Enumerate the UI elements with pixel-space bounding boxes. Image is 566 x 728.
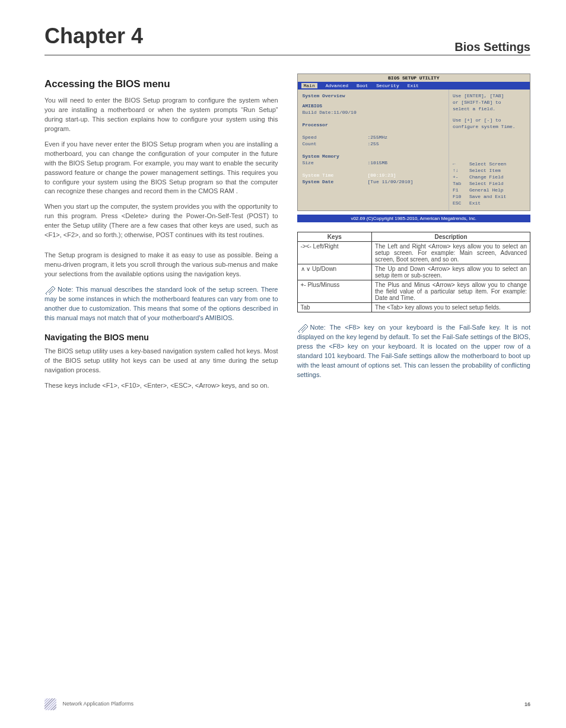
bios-nav-5-v: Save and Exit [469,194,506,199]
bios-left-pane: System Overview AMIBIOS Build Date:11/09… [298,90,449,210]
table-row: Tab The <Tab> key allows you to select s… [297,303,530,312]
bios-nav-3-k: Tab [453,181,469,186]
bios-tab-advanced: Advanced [326,83,348,88]
svg-line-0 [47,288,52,292]
bios-nav-1-v: Select Item [469,168,501,173]
bios-nav-2-k: +- [453,174,469,180]
bios-nav-1-k: ↑↓ [453,168,469,173]
bios-footer: v02.69 (C)Copyright 1985-2010, American … [297,215,531,222]
table-row: +- Plus/Minuss The Plus and Minus <Arrow… [297,280,530,303]
bios-count-label: Count [303,141,368,146]
bios-title: BIOS SETUP UTILITY [298,74,530,82]
bios-help-pane: Use [ENTER], [TAB] or [SHIFT-TAB] to sel… [449,90,530,210]
content-columns: Accessing the BIOS menu You will need to… [44,74,530,397]
note-2: Note: The <F8> key on your keyboard is t… [297,323,531,380]
footer-text: Network Application Platforms [63,701,134,707]
bios-nav-6-k: ESC [453,200,469,206]
bios-nav-0-v: Select Screen [469,161,506,167]
bios-size-label: Size [303,160,368,165]
bios-nav-2-v: Change Field [469,174,504,180]
th-desc: Description [372,232,530,242]
svg-line-3 [301,327,306,331]
left-column: Accessing the BIOS menu You will need to… [44,74,278,397]
table-header-row: Keys Description [297,232,530,242]
bios-amibios: AMIBIOS [303,103,444,108]
svg-line-2 [300,325,304,330]
bios-nav-4-v: General Help [469,187,504,193]
bios-nav-6-v: Exit [469,200,481,206]
bios-menubar: Main Advanced Boot Security Exit [298,82,530,90]
bios-nav-4-k: F1 [453,187,469,193]
table-row: -><- Left/Right The Left and Right <Arro… [297,242,530,264]
bios-count-row: Count:255 [303,141,444,146]
cell-key-0: -><- Left/Right [297,242,372,264]
note-icon [297,323,309,333]
bios-size-row: Size:1015MB [303,160,444,165]
bios-sysmem: System Memory [303,154,444,159]
note-1: Note: This manual describes the standard… [44,285,278,323]
cell-desc-2: The Plus and Minus <Arrow> keys allow yo… [372,280,530,303]
bios-overview: System Overview [303,93,444,98]
bios-speed-val: :255MHz [368,135,388,140]
cell-key-2: +- Plus/Minuss [297,280,372,303]
bios-nav-1: ↑↓Select Item [453,168,526,173]
note-icon [44,285,56,295]
note-1-text: Note: This manual describes the standard… [44,286,278,321]
para-3: When you start up the computer, the syst… [44,202,278,240]
bios-processor: Processor [303,122,444,127]
bios-nav-0: ←Select Screen [453,161,526,167]
th-keys: Keys [297,232,372,242]
bios-sysdate-val: [Tue 11/09/2010] [368,179,414,184]
bios-sysdate-row: System Date[Tue 11/09/2010] [303,179,444,184]
bios-help-2: or [SHIFT-TAB] to [453,100,526,105]
cell-desc-1: The Up and Down <Arrow> keys allow you t… [372,264,530,280]
bios-nav-4: F1General Help [453,187,526,193]
right-column: BIOS SETUP UTILITY Main Advanced Boot Se… [297,74,531,397]
bios-tab-main: Main [301,83,317,88]
bios-tab-exit: Exit [408,83,419,88]
table-row: ∧ ∨ Up/Down The Up and Down <Arrow> keys… [297,264,530,280]
svg-line-1 [49,289,53,293]
bios-help-1: Use [ENTER], [TAB] [453,93,526,98]
footer-logo-icon [44,698,56,710]
bios-nav-3: TabSelect Field [453,181,526,186]
page-header: Chapter 4 Bios Settings [44,24,530,56]
cell-key-3: Tab [297,303,372,312]
cell-key-1: ∧ ∨ Up/Down [297,264,372,280]
heading-navigating: Navigating the BIOS menu [44,333,278,342]
bios-systime-label: System Time [303,173,368,178]
bios-build: Build Date:11/09/10 [303,110,444,115]
bios-speed-label: Speed [303,135,368,140]
bios-count-val: :255 [368,141,379,146]
page-footer: Network Application Platforms 16 [44,698,530,710]
bios-help-5: configure system Time. [453,124,526,129]
bios-nav-6: ESCExit [453,200,526,206]
bios-nav-5: F10Save and Exit [453,194,526,199]
bios-speed-row: Speed:255MHz [303,135,444,140]
bios-help-3: select a field. [453,106,526,111]
bios-tab-boot: Boot [357,83,368,88]
bios-systime-val: [00:19:23] [368,173,396,178]
cell-desc-3: The <Tab> key allows you to select setup… [372,303,530,312]
bios-tab-security: Security [376,83,399,88]
para-4: The Setup program is designed to make it… [44,251,278,279]
page-number: 16 [524,701,530,707]
section-topright: Bios Settings [454,40,530,54]
cell-desc-0: The Left and Right <Arrow> keys allow yo… [372,242,530,264]
bios-sysdate-label: System Date [303,179,368,184]
header-rule [44,55,530,56]
note-2-text: Note: The <F8> key on your keyboard is t… [297,324,531,378]
footer-left: Network Application Platforms [44,698,133,710]
para-6: These keys include <F1>, <F10>, <Enter>,… [44,381,278,391]
bios-systime-row: System Time[00:19:23] [303,173,444,178]
para-5: The BIOS setup utility uses a key-based … [44,347,278,375]
bios-nav-0-k: ← [453,161,469,167]
bios-nav-2: +-Change Field [453,174,526,180]
bios-size-val: :1015MB [368,160,388,165]
heading-accessing: Accessing the BIOS menu [44,78,278,90]
para-2: Even if you have never enter the BIOS Se… [44,140,278,197]
bios-screenshot: BIOS SETUP UTILITY Main Advanced Boot Se… [297,74,531,211]
para-1: You will need to enter the BIOS Setup pr… [44,96,278,134]
bios-nav-5-k: F10 [453,194,469,199]
keys-table: Keys Description -><- Left/Right The Lef… [297,232,531,312]
